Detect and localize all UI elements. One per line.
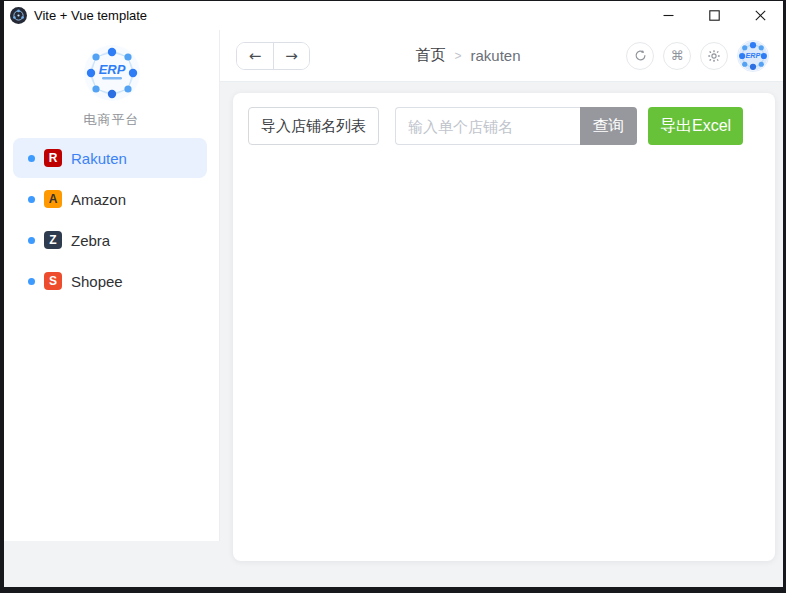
app-body: ERP 电商平台 R Rakuten A: [4, 30, 783, 587]
breadcrumb: 首页 > rakuten: [310, 46, 626, 65]
sidebar-item-label: Amazon: [71, 191, 126, 208]
chevron-right-icon: >: [454, 49, 461, 63]
search-button[interactable]: 查询: [580, 107, 637, 145]
refresh-button[interactable]: [626, 42, 654, 70]
titlebar: Vite + Vue template: [4, 1, 783, 30]
import-shop-list-button[interactable]: 导入店铺名列表: [248, 107, 379, 145]
refresh-icon: [634, 49, 647, 62]
sidebar-item-label: Zebra: [71, 232, 110, 249]
shop-name-input[interactable]: [395, 107, 580, 145]
desktop-frame: Vite + Vue template: [0, 0, 786, 593]
maximize-button[interactable]: [691, 1, 737, 30]
window-controls: [645, 1, 783, 30]
svg-text:ERP: ERP: [98, 62, 125, 77]
sidebar-item-amazon[interactable]: A Amazon: [13, 179, 207, 219]
amazon-badge-icon: A: [44, 190, 62, 208]
rakuten-badge-icon: R: [44, 149, 62, 167]
arrow-right-icon: →: [285, 47, 298, 65]
content-area: 导入店铺名列表 查询 导出Excel: [220, 82, 783, 587]
svg-text:ERP: ERP: [746, 50, 761, 59]
sidebar-item-rakuten[interactable]: R Rakuten: [13, 138, 207, 178]
zebra-badge-icon: Z: [44, 231, 62, 249]
content-card: 导入店铺名列表 查询 导出Excel: [233, 93, 775, 561]
window-title: Vite + Vue template: [34, 8, 147, 23]
platform-menu: R Rakuten A Amazon Z Zebra: [4, 138, 219, 301]
command-button[interactable]: ⌘: [663, 42, 691, 70]
sidebar-item-label: Shopee: [71, 273, 123, 290]
command-icon: ⌘: [671, 48, 684, 63]
main-header: ← → 首页 > rakuten: [220, 30, 783, 82]
arrow-left-icon: ←: [249, 47, 262, 65]
erp-logo: ERP: [83, 44, 141, 102]
shopee-badge-icon: S: [44, 272, 62, 290]
gear-icon: [708, 50, 720, 62]
nav-back-button[interactable]: ←: [237, 43, 273, 69]
maximize-icon: [709, 10, 720, 21]
sidebar-item-shopee[interactable]: S Shopee: [13, 261, 207, 301]
erp-logo-avatar-icon: ERP: [738, 41, 768, 71]
shop-search-group: 查询: [395, 107, 637, 145]
brand-name: 电商平台: [4, 111, 219, 129]
bullet-dot-icon: [28, 237, 35, 244]
sidebar-item-label: Rakuten: [71, 150, 127, 167]
minimize-button[interactable]: [645, 1, 691, 30]
export-excel-button[interactable]: 导出Excel: [648, 107, 743, 145]
app-window: Vite + Vue template: [4, 1, 783, 587]
user-avatar[interactable]: ERP: [737, 40, 769, 72]
breadcrumb-current: rakuten: [470, 47, 520, 64]
sidebar-panel: ERP 电商平台 R Rakuten A: [4, 30, 220, 541]
minimize-icon: [663, 10, 674, 21]
bullet-dot-icon: [28, 155, 35, 162]
breadcrumb-home[interactable]: 首页: [415, 46, 445, 65]
card-toolbar: 导入店铺名列表 查询 导出Excel: [248, 107, 760, 145]
close-icon: [755, 10, 766, 21]
header-actions: ⌘: [626, 40, 769, 72]
bullet-dot-icon: [28, 196, 35, 203]
nav-forward-button[interactable]: →: [273, 43, 309, 69]
sidebar-item-zebra[interactable]: Z Zebra: [13, 220, 207, 260]
close-button[interactable]: [737, 1, 783, 30]
app-icon: [10, 7, 27, 24]
settings-button[interactable]: [700, 42, 728, 70]
sidebar: ERP 电商平台 R Rakuten A: [4, 30, 220, 587]
bullet-dot-icon: [28, 278, 35, 285]
logo-wrap: ERP: [4, 30, 219, 102]
nav-arrows: ← →: [236, 42, 310, 70]
main-area: ← → 首页 > rakuten: [220, 30, 783, 587]
